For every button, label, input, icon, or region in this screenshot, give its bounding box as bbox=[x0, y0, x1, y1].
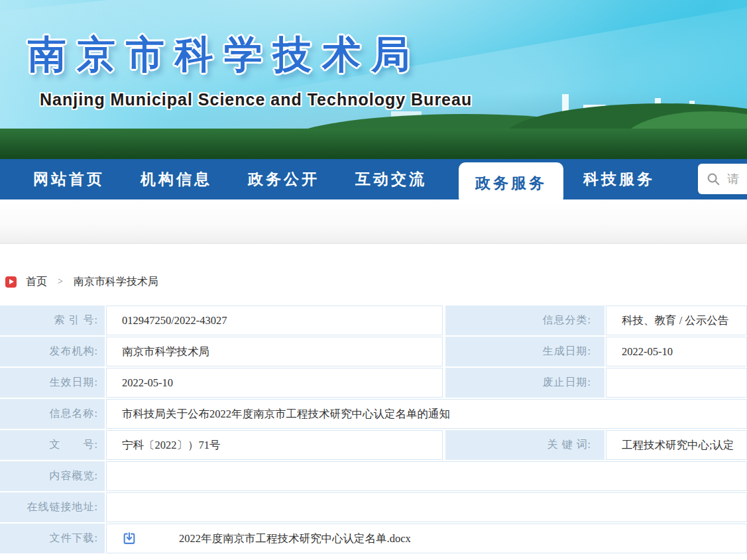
search-icon bbox=[706, 172, 720, 186]
table-row-publisher: 发布机构: 南京市科学技术局 生成日期: 2022-05-10 bbox=[0, 337, 747, 366]
label-effective-date: 生效日期: bbox=[0, 368, 105, 398]
breadcrumb-home-link[interactable]: 首页 bbox=[26, 275, 47, 289]
site-title-cn: 南京市科学技术局 bbox=[28, 29, 420, 81]
label-expiry-date: 废止日期: bbox=[445, 368, 604, 398]
breadcrumb-separator: > bbox=[58, 276, 63, 287]
value-index-number: 012947250/2022-43027 bbox=[106, 306, 443, 335]
table-row-doc-number: 文 号: 宁科〔2022〕）71号 关 键 词: 工程技术研究中心;认定 bbox=[0, 430, 747, 460]
label-content-summary: 内容概览: bbox=[0, 461, 105, 491]
file-download-link[interactable]: 2022年度南京市工程技术研究中心认定名单.docx bbox=[122, 532, 411, 546]
value-expiry-date bbox=[606, 368, 747, 398]
table-row-file-download: 文件下载: 2022年度南京市工程技术研究中心认定名单.docx bbox=[0, 524, 747, 553]
nav-item-org-info[interactable]: 机构信息 bbox=[141, 169, 212, 190]
download-icon bbox=[122, 532, 137, 546]
label-info-category: 信息分类: bbox=[445, 306, 604, 335]
file-name: 2022年度南京市工程技术研究中心认定名单.docx bbox=[179, 532, 411, 546]
value-create-date: 2022-05-10 bbox=[606, 337, 747, 366]
value-publisher: 南京市科学技术局 bbox=[106, 337, 443, 366]
breadcrumb: 首页 > 南京市科学技术局 bbox=[5, 274, 747, 289]
table-row-content-summary: 内容概览: bbox=[0, 461, 747, 491]
value-file-download: 2022年度南京市工程技术研究中心认定名单.docx bbox=[106, 524, 747, 553]
main-nav: 网站首页 机构信息 政务公开 互动交流 政务服务 科技服务 bbox=[0, 159, 747, 199]
label-index-number: 索 引 号: bbox=[0, 306, 105, 335]
value-effective-date: 2022-05-10 bbox=[106, 368, 443, 398]
site-banner: 南京市科学技术局 Nanjing Municipal Science and T… bbox=[0, 0, 747, 159]
nav-item-tech-services[interactable]: 科技服务 bbox=[583, 169, 655, 190]
label-publisher: 发布机构: bbox=[0, 337, 105, 366]
value-keywords: 工程技术研究中心;认定 bbox=[606, 430, 747, 460]
breadcrumb-current: 南京市科学技术局 bbox=[74, 275, 158, 289]
table-row-index-number: 索 引 号: 012947250/2022-43027 信息分类: 科技、教育 … bbox=[0, 306, 747, 335]
table-row-online-link: 在线链接地址: bbox=[0, 492, 747, 522]
value-content-summary bbox=[106, 461, 747, 491]
nav-item-gov-services-active[interactable]: 政务服务 bbox=[459, 162, 563, 204]
page: 南京市科学技术局 Nanjing Municipal Science and T… bbox=[0, 0, 747, 560]
info-table: 索 引 号: 012947250/2022-43027 信息分类: 科技、教育 … bbox=[0, 306, 747, 553]
nav-item-home[interactable]: 网站首页 bbox=[33, 169, 105, 190]
label-create-date: 生成日期: bbox=[445, 337, 604, 366]
label-keywords: 关 键 词: bbox=[445, 430, 604, 460]
subnav-strip bbox=[0, 199, 747, 244]
site-title-en: Nanjing Municipal Science and Technology… bbox=[40, 90, 472, 109]
table-row-info-title: 信息名称: 市科技局关于公布2022年度南京市工程技术研究中心认定名单的通知 bbox=[0, 399, 747, 429]
label-doc-number: 文 号: bbox=[0, 430, 105, 460]
value-online-link bbox=[106, 492, 747, 522]
value-info-category: 科技、教育 / 公示公告 bbox=[606, 306, 747, 335]
banner-treeline bbox=[0, 129, 747, 159]
label-online-link: 在线链接地址: bbox=[0, 492, 105, 522]
label-file-download: 文件下载: bbox=[0, 524, 105, 553]
value-doc-number: 宁科〔2022〕）71号 bbox=[106, 430, 443, 460]
breadcrumb-play-icon bbox=[5, 276, 17, 288]
table-row-effective-date: 生效日期: 2022-05-10 废止日期: bbox=[0, 368, 747, 398]
search-box[interactable] bbox=[698, 164, 747, 194]
search-input[interactable] bbox=[727, 172, 747, 186]
nav-item-gov-disclosure[interactable]: 政务公开 bbox=[248, 169, 319, 190]
nav-item-interaction[interactable]: 互动交流 bbox=[355, 169, 427, 190]
label-info-title: 信息名称: bbox=[0, 399, 105, 429]
value-info-title: 市科技局关于公布2022年度南京市工程技术研究中心认定名单的通知 bbox=[106, 399, 747, 429]
